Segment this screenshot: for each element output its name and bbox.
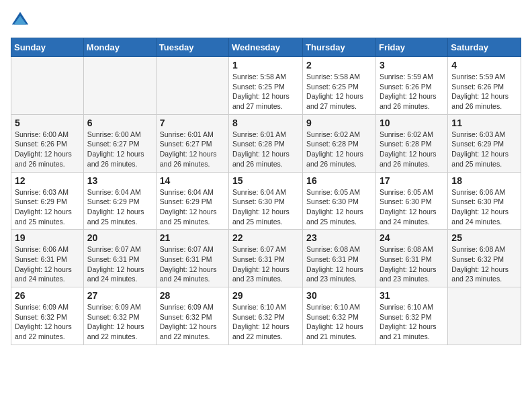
calendar-cell: 5Sunrise: 6:00 AM Sunset: 6:26 PM Daylig… [11, 114, 84, 172]
calendar-week-row: 19Sunrise: 6:06 AM Sunset: 6:31 PM Dayli… [11, 230, 521, 287]
day-number: 8 [232, 118, 299, 128]
calendar-cell: 27Sunrise: 6:09 AM Sunset: 6:32 PM Dayli… [83, 287, 156, 345]
calendar-cell: 16Sunrise: 6:05 AM Sunset: 6:30 PM Dayli… [303, 172, 376, 230]
day-info: Sunrise: 6:04 AM Sunset: 6:29 PM Dayligh… [87, 187, 152, 227]
day-info: Sunrise: 6:00 AM Sunset: 6:26 PM Dayligh… [15, 130, 80, 169]
calendar-cell: 19Sunrise: 6:06 AM Sunset: 6:31 PM Dayli… [11, 230, 84, 287]
day-number: 23 [306, 232, 372, 243]
day-number: 20 [87, 232, 152, 243]
calendar-cell: 8Sunrise: 6:01 AM Sunset: 6:28 PM Daylig… [229, 114, 303, 172]
day-number: 6 [87, 118, 152, 128]
day-info: Sunrise: 6:07 AM Sunset: 6:31 PM Dayligh… [160, 244, 225, 284]
day-number: 1 [232, 60, 299, 71]
calendar-cell [448, 287, 521, 345]
day-number: 3 [380, 60, 444, 71]
weekday-header-wednesday: Wednesday [229, 38, 303, 57]
day-info: Sunrise: 5:58 AM Sunset: 6:25 PM Dayligh… [306, 72, 372, 111]
calendar-cell: 1Sunrise: 5:58 AM Sunset: 6:25 PM Daylig… [229, 57, 303, 115]
day-number: 27 [87, 290, 152, 301]
calendar-cell: 4Sunrise: 5:59 AM Sunset: 6:26 PM Daylig… [448, 57, 521, 115]
day-number: 30 [306, 290, 372, 301]
day-info: Sunrise: 6:02 AM Sunset: 6:28 PM Dayligh… [306, 130, 372, 169]
weekday-header-sunday: Sunday [11, 38, 84, 57]
day-info: Sunrise: 6:04 AM Sunset: 6:29 PM Dayligh… [160, 187, 225, 227]
day-info: Sunrise: 6:10 AM Sunset: 6:32 PM Dayligh… [232, 302, 299, 342]
day-number: 31 [380, 290, 444, 301]
calendar-week-row: 5Sunrise: 6:00 AM Sunset: 6:26 PM Daylig… [11, 114, 521, 172]
day-number: 22 [232, 232, 299, 243]
day-info: Sunrise: 6:07 AM Sunset: 6:31 PM Dayligh… [232, 244, 299, 284]
day-number: 29 [232, 290, 299, 301]
calendar-cell: 20Sunrise: 6:07 AM Sunset: 6:31 PM Dayli… [83, 230, 156, 287]
calendar-cell: 15Sunrise: 6:04 AM Sunset: 6:30 PM Dayli… [229, 172, 303, 230]
weekday-header-saturday: Saturday [448, 38, 521, 57]
day-number: 16 [306, 175, 372, 186]
calendar-cell: 11Sunrise: 6:03 AM Sunset: 6:29 PM Dayli… [448, 114, 521, 172]
day-number: 17 [380, 175, 444, 186]
calendar-cell: 13Sunrise: 6:04 AM Sunset: 6:29 PM Dayli… [83, 172, 156, 230]
day-number: 14 [160, 175, 225, 186]
day-info: Sunrise: 6:08 AM Sunset: 6:31 PM Dayligh… [380, 244, 444, 284]
calendar-cell: 10Sunrise: 6:02 AM Sunset: 6:28 PM Dayli… [375, 114, 447, 172]
weekday-header-tuesday: Tuesday [156, 38, 228, 57]
calendar-table: SundayMondayTuesdayWednesdayThursdayFrid… [11, 38, 521, 345]
day-number: 7 [160, 118, 225, 128]
calendar-cell: 3Sunrise: 5:59 AM Sunset: 6:26 PM Daylig… [375, 57, 447, 115]
day-info: Sunrise: 5:58 AM Sunset: 6:25 PM Dayligh… [232, 72, 299, 111]
day-number: 19 [15, 232, 80, 243]
day-number: 28 [160, 290, 225, 301]
day-info: Sunrise: 5:59 AM Sunset: 6:26 PM Dayligh… [380, 72, 444, 111]
logo-icon [11, 11, 30, 30]
day-info: Sunrise: 6:08 AM Sunset: 6:32 PM Dayligh… [451, 244, 517, 284]
day-info: Sunrise: 6:01 AM Sunset: 6:27 PM Dayligh… [160, 130, 225, 169]
day-number: 25 [451, 232, 517, 243]
page-header [11, 11, 521, 30]
day-info: Sunrise: 6:08 AM Sunset: 6:31 PM Dayligh… [306, 244, 372, 284]
calendar-cell: 2Sunrise: 5:58 AM Sunset: 6:25 PM Daylig… [303, 57, 376, 115]
calendar-cell: 22Sunrise: 6:07 AM Sunset: 6:31 PM Dayli… [229, 230, 303, 287]
calendar-cell: 24Sunrise: 6:08 AM Sunset: 6:31 PM Dayli… [375, 230, 447, 287]
day-info: Sunrise: 6:01 AM Sunset: 6:28 PM Dayligh… [232, 130, 299, 169]
day-info: Sunrise: 6:02 AM Sunset: 6:28 PM Dayligh… [380, 130, 444, 169]
calendar-cell: 30Sunrise: 6:10 AM Sunset: 6:32 PM Dayli… [303, 287, 376, 345]
day-number: 26 [15, 290, 80, 301]
day-info: Sunrise: 6:09 AM Sunset: 6:32 PM Dayligh… [87, 302, 152, 342]
day-info: Sunrise: 6:03 AM Sunset: 6:29 PM Dayligh… [451, 130, 517, 169]
calendar-week-row: 12Sunrise: 6:03 AM Sunset: 6:29 PM Dayli… [11, 172, 521, 230]
day-number: 9 [306, 118, 372, 128]
calendar-cell [156, 57, 228, 115]
calendar-cell: 6Sunrise: 6:00 AM Sunset: 6:27 PM Daylig… [83, 114, 156, 172]
calendar-cell: 9Sunrise: 6:02 AM Sunset: 6:28 PM Daylig… [303, 114, 376, 172]
calendar-cell: 12Sunrise: 6:03 AM Sunset: 6:29 PM Dayli… [11, 172, 84, 230]
day-info: Sunrise: 6:10 AM Sunset: 6:32 PM Dayligh… [380, 302, 444, 342]
calendar-cell: 23Sunrise: 6:08 AM Sunset: 6:31 PM Dayli… [303, 230, 376, 287]
calendar-cell: 31Sunrise: 6:10 AM Sunset: 6:32 PM Dayli… [375, 287, 447, 345]
calendar-cell: 29Sunrise: 6:10 AM Sunset: 6:32 PM Dayli… [229, 287, 303, 345]
day-number: 21 [160, 232, 225, 243]
weekday-header-monday: Monday [83, 38, 156, 57]
weekday-header-row: SundayMondayTuesdayWednesdayThursdayFrid… [11, 38, 521, 57]
day-info: Sunrise: 6:05 AM Sunset: 6:30 PM Dayligh… [306, 187, 372, 227]
day-info: Sunrise: 6:06 AM Sunset: 6:31 PM Dayligh… [15, 244, 80, 284]
calendar-cell [83, 57, 156, 115]
day-info: Sunrise: 6:07 AM Sunset: 6:31 PM Dayligh… [87, 244, 152, 284]
day-number: 10 [380, 118, 444, 128]
calendar-cell: 25Sunrise: 6:08 AM Sunset: 6:32 PM Dayli… [448, 230, 521, 287]
calendar-cell [11, 57, 84, 115]
day-info: Sunrise: 6:10 AM Sunset: 6:32 PM Dayligh… [306, 302, 372, 342]
day-number: 2 [306, 60, 372, 71]
calendar-cell: 26Sunrise: 6:09 AM Sunset: 6:32 PM Dayli… [11, 287, 84, 345]
weekday-header-thursday: Thursday [303, 38, 376, 57]
day-info: Sunrise: 6:00 AM Sunset: 6:27 PM Dayligh… [87, 130, 152, 169]
calendar-cell: 14Sunrise: 6:04 AM Sunset: 6:29 PM Dayli… [156, 172, 228, 230]
day-number: 5 [15, 118, 80, 128]
day-number: 24 [380, 232, 444, 243]
day-number: 12 [15, 175, 80, 186]
logo [11, 11, 32, 30]
day-number: 18 [451, 175, 517, 186]
day-number: 11 [451, 118, 517, 128]
day-number: 13 [87, 175, 152, 186]
day-number: 15 [232, 175, 299, 186]
day-info: Sunrise: 5:59 AM Sunset: 6:26 PM Dayligh… [451, 72, 517, 111]
calendar-week-row: 1Sunrise: 5:58 AM Sunset: 6:25 PM Daylig… [11, 57, 521, 115]
